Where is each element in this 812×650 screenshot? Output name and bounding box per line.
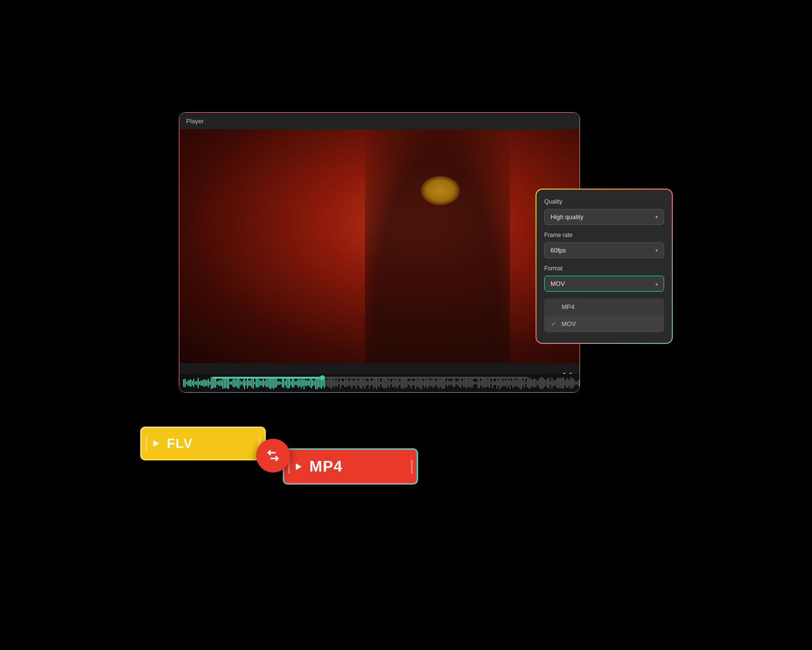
format-option-mov-label: MOV — [562, 320, 576, 327]
quality-label: Quality — [544, 198, 664, 205]
settings-panel: Quality High quality ▾ Frame rate 60fps … — [536, 190, 672, 343]
mp4-right-handle[interactable] — [411, 459, 413, 474]
video-background — [179, 129, 580, 363]
flv-play-icon — [153, 440, 159, 447]
mp4-format-badge: MP4 — [283, 448, 418, 485]
quality-select[interactable]: High quality ▾ — [544, 209, 664, 225]
format-option-mp4-label: MP4 — [562, 303, 575, 310]
scene: Player // Generate waveform bars inline … — [140, 83, 672, 567]
framerate-chevron-icon: ▾ — [655, 248, 658, 253]
playback-timeline[interactable] — [212, 377, 528, 379]
format-dropdown-menu: MP4 ✓ MOV — [544, 298, 664, 332]
player-title: Player — [186, 118, 204, 125]
format-chevron-icon: ▴ — [655, 281, 658, 286]
video-area — [179, 129, 580, 363]
convert-button[interactable] — [256, 439, 290, 473]
timeline-progress — [212, 377, 322, 379]
quality-value: High quality — [551, 213, 583, 221]
framerate-label: Frame rate — [544, 232, 664, 238]
player-window: Player // Generate waveform bars inline … — [179, 112, 580, 393]
format-value: MOV — [551, 280, 565, 287]
quality-chevron-icon: ▾ — [655, 214, 658, 220]
flv-label: FLV — [167, 436, 193, 451]
format-select[interactable]: MOV ▴ — [544, 276, 664, 292]
timeline-thumb[interactable] — [320, 375, 325, 380]
mov-checkmark: ✓ — [551, 320, 558, 327]
format-option-mp4[interactable]: MP4 — [544, 298, 664, 315]
mp4-label: MP4 — [309, 458, 343, 475]
mp4-play-icon — [296, 463, 302, 470]
format-label: Format — [544, 265, 664, 272]
flv-left-handle[interactable] — [145, 436, 147, 451]
settings-panel-wrapper: Quality High quality ▾ Frame rate 60fps … — [536, 189, 673, 344]
mp4-checkmark — [551, 303, 558, 310]
player-titlebar: Player — [179, 113, 580, 129]
format-option-mov[interactable]: ✓ MOV — [544, 315, 664, 332]
convert-arrows-icon — [264, 449, 282, 462]
framerate-select[interactable]: 60fps ▾ — [544, 242, 664, 258]
flv-format-badge: FLV — [140, 427, 266, 460]
framerate-value: 60fps — [551, 247, 566, 254]
